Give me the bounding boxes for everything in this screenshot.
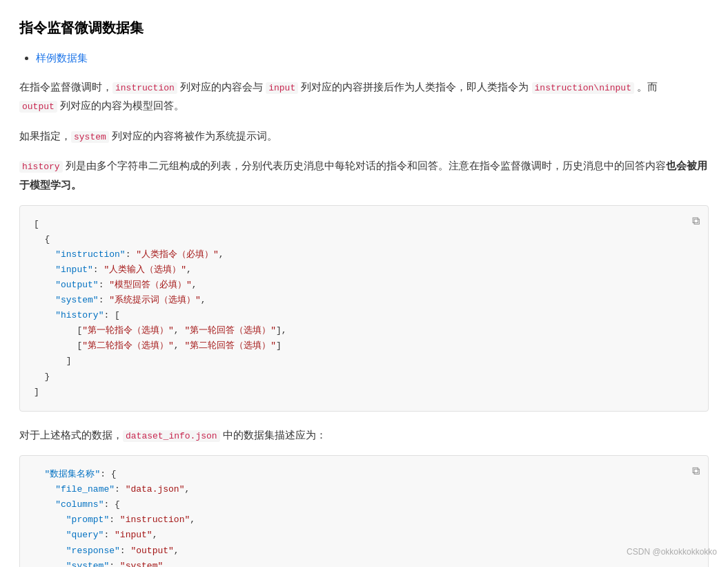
code-block-1: ⧉ [ { "instruction": "人类指令（必填）", "input"… [19,205,709,412]
p1-code-instruction: instruction [112,82,177,94]
p3-text-mid: 列是由多个字符串二元组构成的列表，分别代表历史消息中每轮对话的指令和回答。注意在… [63,160,666,171]
p1-code-input: input [266,82,298,94]
p2-text-end: 列对应的内容将被作为系统提示词。 [109,130,277,142]
p2-code-system: system [71,131,109,143]
paragraph-2: 如果指定，system 列对应的内容将被作为系统提示词。 [19,126,709,145]
sample-list: 样例数据集 [19,50,709,66]
p1-text-mid2: 列对应的内容拼接后作为人类指令，即人类指令为 [298,81,531,93]
p1-text-pre: 在指令监督微调时， [19,81,112,93]
code-content-2: "数据集名称": { "file_name": "data.json", "co… [34,467,694,567]
p2-text-pre: 如果指定， [19,130,71,142]
p4-code-dataset-info: dataset_info.json [123,430,220,442]
paragraph-3: history 列是由多个字符串二元组构成的列表，分别代表历史消息中每轮对话的指… [19,156,709,193]
p1-code-format: instruction\ninput [532,82,634,94]
p1-code-output: output [19,101,57,113]
p4-text-end: 中的数据集描述应为： [220,429,326,441]
copy-button-1[interactable]: ⧉ [692,213,700,231]
copy-button-2[interactable]: ⧉ [692,463,700,481]
code-block-2: ⧉ "数据集名称": { "file_name": "data.json", "… [19,455,709,567]
sample-link[interactable]: 样例数据集 [36,52,88,64]
p1-text-mid3: 。而 [634,81,658,93]
p1-text-mid1: 列对应的内容会与 [177,81,266,93]
p1-text-end: 列对应的内容为模型回答。 [57,99,184,111]
page-title: 指令监督微调数据集 [19,17,709,39]
paragraph-1: 在指令监督微调时，instruction 列对应的内容会与 input 列对应的… [19,77,709,115]
code-content-1: [ { "instruction": "人类指令（必填）", "input": … [34,217,694,400]
p3-code-history: history [19,161,63,173]
footer-credit: CSDN @okkokkokkokko [627,546,717,559]
paragraph-4: 对于上述格式的数据，dataset_info.json 中的数据集描述应为： [19,425,709,444]
p4-text-pre: 对于上述格式的数据， [19,429,123,441]
